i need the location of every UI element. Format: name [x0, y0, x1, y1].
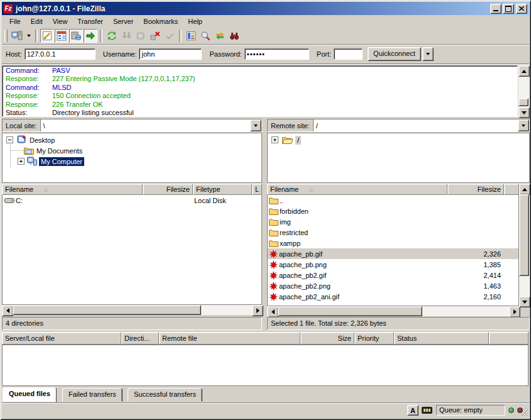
process-queue-button[interactable] [119, 29, 133, 43]
scroll-thumb[interactable] [278, 306, 422, 316]
menu-help[interactable]: Help [183, 16, 207, 27]
column-header-last-modified[interactable]: L [252, 184, 262, 195]
arrow-left-icon [6, 308, 9, 313]
site-manager-dropdown-button[interactable] [25, 29, 33, 43]
resize-grip[interactable] [521, 409, 528, 417]
toolbar-separator [100, 30, 102, 42]
disconnect-button[interactable] [148, 29, 162, 43]
remote-site-value[interactable]: / [314, 119, 518, 131]
scroll-down-button[interactable] [519, 296, 530, 307]
local-file-row[interactable]: C: Local Disk [3, 195, 261, 206]
tab-failed-transfers[interactable]: Failed transfers [62, 388, 123, 402]
column-header-size[interactable]: Size [300, 332, 354, 345]
collapse-icon[interactable] [6, 136, 13, 143]
column-header-filename[interactable]: Filename [267, 184, 447, 195]
refresh-button[interactable] [105, 29, 119, 43]
column-header-filesize[interactable]: Filesize [143, 184, 193, 195]
column-header-filetype[interactable]: Filetype [193, 184, 252, 195]
log-scrollbar[interactable] [518, 65, 529, 117]
menu-file[interactable]: File [4, 16, 26, 27]
tab-successful-transfers[interactable]: Successful transfers [128, 388, 202, 402]
remote-file-row[interactable]: apache_pb.png 1,385 [268, 259, 518, 270]
close-button[interactable] [516, 4, 527, 14]
menu-view[interactable]: View [48, 16, 73, 27]
local-site-value[interactable]: \ [41, 119, 250, 131]
tab-queued-files[interactable]: Queued files [3, 387, 57, 402]
port-input[interactable] [334, 48, 363, 60]
quickconnect-button[interactable]: Quickconnect [368, 47, 421, 61]
toolbar [2, 28, 529, 44]
tree-item-my-documents[interactable]: My Documents [24, 145, 82, 156]
minimize-button[interactable] [490, 4, 501, 14]
column-header-filler [489, 332, 528, 345]
receive-activity-led [508, 407, 514, 413]
remote-file-row[interactable]: restricted [268, 227, 518, 238]
remote-file-row[interactable]: apache_pb2.png 1,463 [268, 280, 518, 291]
remote-file-row[interactable]: apache_pb2_ani.gif 2,160 [268, 291, 518, 302]
column-header-filename[interactable]: Filename [2, 184, 143, 195]
toolbar-separator [35, 30, 38, 42]
directory-listing-filter-button[interactable] [184, 29, 198, 43]
host-input[interactable] [25, 48, 96, 60]
column-header-remote-file[interactable]: Remote file [159, 332, 300, 345]
remote-hscrollbar[interactable] [267, 306, 519, 316]
scroll-thumb[interactable] [519, 194, 529, 276]
quickconnect-dropdown-button[interactable] [422, 47, 434, 61]
local-status-text: 4 directories [2, 317, 262, 330]
maximize-button[interactable] [503, 4, 514, 14]
local-site-dropdown-button[interactable] [250, 119, 261, 131]
refresh-icon [107, 31, 117, 41]
tree-item-desktop[interactable]: Desktop [6, 135, 55, 145]
remote-vscrollbar[interactable] [519, 184, 530, 306]
scroll-left-button[interactable] [267, 306, 278, 318]
scroll-up-button[interactable] [518, 65, 530, 77]
directory-comparison-button[interactable] [199, 29, 212, 43]
scroll-right-button[interactable] [509, 306, 520, 318]
toggle-local-tree-button[interactable] [55, 29, 68, 43]
column-header-direction[interactable]: Directi... [121, 332, 159, 345]
scroll-down-button[interactable] [518, 107, 530, 118]
toolbar-grip[interactable] [4, 30, 8, 42]
remote-site-dropdown-button[interactable] [518, 119, 529, 131]
menu-server[interactable]: Server [108, 16, 138, 27]
remote-file-row[interactable]: forbidden [268, 206, 518, 216]
cancel-operation-button[interactable] [134, 29, 148, 43]
menu-transfer[interactable]: Transfer [72, 16, 108, 27]
find-files-button[interactable] [227, 29, 241, 43]
scroll-thumb[interactable] [518, 98, 528, 106]
toggle-transfer-queue-button[interactable] [84, 29, 97, 43]
scroll-left-button[interactable] [2, 305, 13, 316]
scroll-thumb[interactable] [13, 305, 201, 315]
column-header-filesize[interactable]: Filesize [447, 184, 504, 195]
expand-icon[interactable] [18, 158, 25, 165]
synchronized-browsing-button[interactable] [213, 29, 227, 43]
encryption-status-icon[interactable] [422, 407, 432, 414]
remote-file-row[interactable]: img [268, 216, 518, 227]
expand-icon[interactable] [271, 136, 278, 143]
site-manager-button[interactable] [10, 29, 24, 43]
column-header-server-local-file[interactable]: Server/Local file [2, 332, 121, 345]
column-header-priority[interactable]: Priority [354, 332, 394, 345]
remote-file-list: .. forbidden img restricted xampp apache… [267, 195, 519, 306]
remote-file-row[interactable]: apache_pb2.gif 2,414 [268, 270, 518, 280]
local-hscrollbar[interactable] [2, 305, 262, 315]
scroll-right-button[interactable] [252, 305, 263, 316]
menu-bookmarks[interactable]: Bookmarks [138, 16, 183, 27]
scroll-up-button[interactable] [519, 184, 530, 195]
tree-item-root[interactable]: / [271, 135, 301, 145]
remote-file-row-selected[interactable]: apache_pb.gif 2,326 [268, 248, 518, 259]
menu-edit[interactable]: Edit [26, 16, 48, 27]
tree-item-my-computer[interactable]: My Computer [18, 156, 84, 167]
remote-file-row[interactable]: xampp [268, 238, 518, 248]
image-file-icon [269, 271, 278, 280]
toggle-remote-tree-button[interactable] [69, 29, 83, 43]
column-header-status[interactable]: Status [394, 332, 489, 345]
remote-file-row[interactable]: .. [268, 195, 518, 206]
tree-connector [10, 141, 11, 167]
username-input[interactable] [139, 48, 202, 60]
password-input[interactable] [244, 48, 309, 60]
reconnect-button[interactable] [163, 29, 177, 43]
toggle-message-log-button[interactable] [40, 29, 54, 43]
ascii-data-type-indicator[interactable]: A [407, 405, 419, 416]
local-site-label: Local site: [3, 119, 41, 131]
